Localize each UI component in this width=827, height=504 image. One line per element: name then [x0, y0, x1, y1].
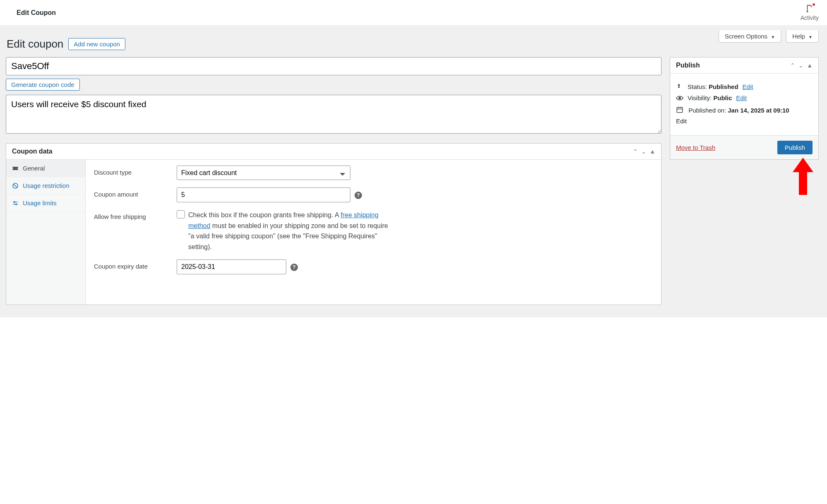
ban-icon — [12, 182, 19, 189]
add-new-coupon-button[interactable]: Add new coupon — [68, 38, 125, 50]
panel-collapse-icon[interactable]: ▲ — [807, 62, 813, 69]
svg-line-1 — [14, 184, 17, 187]
eye-icon — [676, 95, 683, 101]
edit-date-link[interactable]: Edit — [676, 118, 687, 125]
help-icon[interactable]: ? — [355, 192, 362, 199]
pin-icon — [676, 83, 683, 90]
tab-usage-limits[interactable]: Usage limits — [6, 194, 85, 212]
generate-code-button[interactable]: Generate coupon code — [6, 79, 80, 91]
status-label: Status: Published — [688, 83, 738, 90]
svg-point-4 — [14, 202, 15, 203]
svg-point-5 — [16, 204, 17, 205]
expiry-date-input[interactable] — [177, 259, 286, 274]
coupon-data-title: Coupon data — [12, 148, 53, 155]
published-on-label: Published on: Jan 14, 2025 at 09:10 — [688, 107, 789, 114]
move-to-trash-link[interactable]: Move to Trash — [676, 144, 715, 151]
activity-button[interactable]: Activity — [801, 4, 819, 21]
panel-down-icon[interactable]: ⌄ — [798, 62, 803, 69]
chevron-down-icon: ▼ — [771, 35, 775, 39]
panel-up-icon[interactable]: ⌃ — [633, 148, 638, 155]
coupon-code-input[interactable] — [6, 57, 662, 75]
edit-status-link[interactable]: Edit — [743, 83, 753, 90]
activity-label: Activity — [801, 14, 819, 21]
publish-title: Publish — [676, 62, 700, 69]
panel-down-icon[interactable]: ⌄ — [641, 148, 646, 155]
discount-type-label: Discount type — [94, 166, 177, 176]
activity-icon — [805, 4, 814, 13]
tab-general[interactable]: General — [6, 160, 85, 177]
tab-usage-restriction[interactable]: Usage restriction — [6, 177, 85, 194]
sliders-icon — [12, 200, 19, 206]
screen-options-button[interactable]: Screen Options ▼ — [719, 30, 781, 43]
panel-up-icon[interactable]: ⌃ — [790, 62, 795, 69]
svg-point-6 — [679, 97, 681, 99]
svg-rect-7 — [677, 107, 683, 112]
coupon-amount-input[interactable] — [177, 187, 350, 202]
coupon-amount-label: Coupon amount — [94, 187, 177, 198]
publish-button[interactable]: Publish — [777, 141, 813, 154]
free-shipping-label: Allow free shipping — [94, 210, 177, 220]
ticket-icon — [12, 166, 19, 171]
free-shipping-checkbox[interactable] — [177, 210, 185, 218]
panel-collapse-icon[interactable]: ▲ — [650, 148, 655, 155]
calendar-icon — [676, 106, 683, 116]
annotation-arrow-icon — [793, 158, 813, 195]
edit-visibility-link[interactable]: Edit — [736, 94, 747, 101]
coupon-description-input[interactable] — [6, 95, 662, 134]
page-title: Edit Coupon — [12, 6, 60, 20]
visibility-label: Visibility: Public — [688, 94, 732, 101]
help-icon[interactable]: ? — [290, 264, 298, 271]
help-button[interactable]: Help ▼ — [786, 30, 819, 43]
free-shipping-description: Check this box if the coupon grants free… — [188, 210, 392, 252]
expiry-date-label: Coupon expiry date — [94, 259, 177, 270]
chevron-down-icon: ▼ — [808, 35, 813, 39]
heading: Edit coupon — [7, 34, 63, 54]
discount-type-select[interactable]: Fixed cart discount — [177, 166, 350, 180]
